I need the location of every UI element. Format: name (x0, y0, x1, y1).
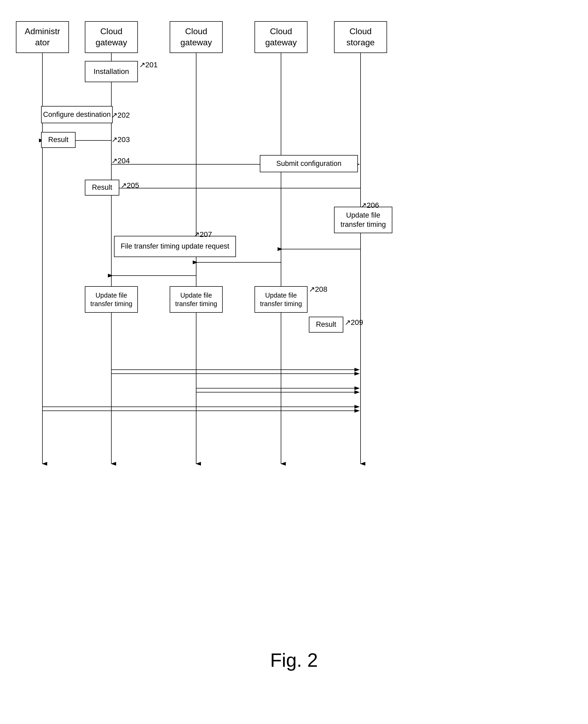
msg-update-file-transfer-206: Update filetransfer timing (334, 207, 392, 233)
msg-configure-destination: Configure destination (41, 106, 113, 123)
label-203: ↗203 (111, 135, 130, 144)
label-205: ↗205 (121, 181, 139, 190)
figure-label: Fig. 2 (0, 649, 588, 671)
actor-cloud-gateway-1: Cloudgateway (85, 21, 138, 53)
label-207: ↗207 (193, 230, 212, 239)
label-209: ↗209 (344, 318, 363, 327)
label-206: ↗206 (360, 201, 379, 210)
msg-update-timing-gw1: Update filetransfer timing (85, 286, 138, 313)
msg-submit-configuration: Submit configuration (260, 155, 358, 172)
actor-cloud-gateway-2: Cloudgateway (170, 21, 223, 53)
msg-file-transfer-timing-request: File transfer timing update request (114, 236, 236, 257)
msg-update-timing-gw3: Update filetransfer timing (254, 286, 308, 313)
msg-result-209: Result (309, 317, 343, 333)
msg-result-203: Result (41, 132, 76, 148)
label-201: ↗201 (139, 60, 158, 69)
label-208: ↗208 (309, 285, 328, 294)
actor-cloud-storage: Cloudstorage (334, 21, 387, 53)
msg-update-timing-gw2: Update filetransfer timing (170, 286, 223, 313)
label-202: ↗202 (111, 111, 130, 120)
label-204: ↗204 (111, 156, 130, 165)
msg-installation: Installation (85, 61, 138, 82)
actor-administrator: Administr ator (16, 21, 69, 53)
msg-result-205: Result (85, 180, 119, 196)
actor-cloud-gateway-3: Cloudgateway (254, 21, 308, 53)
sequence-diagram: Administr ator Cloudgateway Cloudgateway… (0, 0, 588, 724)
